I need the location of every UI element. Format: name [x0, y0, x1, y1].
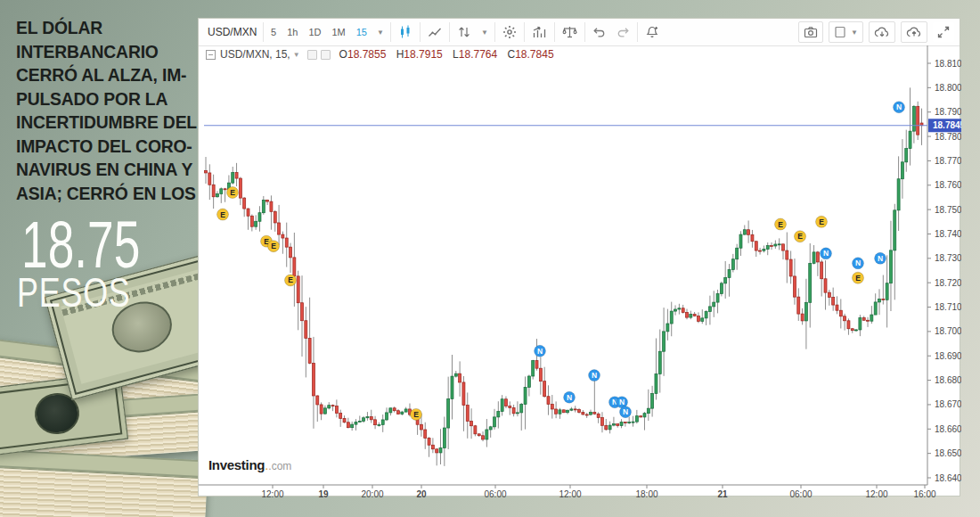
- snapshot-button[interactable]: [798, 21, 823, 43]
- candle-body: [323, 408, 326, 414]
- price-tick-label: 18.7700: [935, 156, 961, 166]
- alert-button[interactable]: [640, 20, 665, 45]
- candle-body: [867, 320, 870, 321]
- candle-body: [386, 413, 388, 420]
- candle-body: [878, 299, 881, 302]
- price-tick-label: 18.6600: [935, 424, 961, 434]
- price-tick-label: 18.6900: [935, 351, 961, 361]
- economic-event-letter: E: [220, 210, 225, 219]
- candle-body: [608, 425, 611, 430]
- bill-stack: [0, 449, 208, 517]
- candle-body: [285, 238, 288, 247]
- legend-collapse-icon[interactable]: [206, 50, 216, 60]
- candle-body: [404, 409, 407, 412]
- compare-instrument-button[interactable]: [452, 20, 477, 45]
- candle-body: [582, 413, 584, 414]
- fullscreen-button[interactable]: [933, 22, 954, 42]
- candle-body: [617, 424, 619, 426]
- candlestick-style-button[interactable]: [393, 20, 418, 45]
- economic-event-letter: E: [413, 410, 419, 419]
- candle-body: [628, 423, 631, 423]
- candle-body: [486, 430, 488, 439]
- price-tick-label: 18.6700: [935, 399, 961, 409]
- headline-line: NAVIRUS EN CHINA Y: [16, 158, 197, 182]
- fullscreen-icon: [937, 26, 950, 38]
- candle-body: [567, 410, 569, 413]
- news-event-letter: N: [823, 249, 829, 258]
- news-event-letter: N: [537, 347, 543, 356]
- timeframe-15-button[interactable]: 15: [351, 20, 372, 45]
- candle-body: [343, 418, 346, 422]
- economic-event-letter: E: [778, 220, 783, 229]
- economic-event-letter: E: [271, 242, 276, 250]
- economic-event-letter: E: [230, 188, 235, 197]
- candle-body: [216, 193, 218, 196]
- candle-body: [494, 417, 496, 427]
- compare-dropdown-caret-icon[interactable]: ▼: [477, 29, 493, 37]
- price-tick-label: 18.7600: [935, 180, 961, 190]
- candle-body: [247, 209, 249, 216]
- chart-legend[interactable]: USD/MXN, 15, ▼ O18.7855 H18.7915 L18.776…: [206, 48, 554, 61]
- save-layout-button[interactable]: [901, 21, 927, 43]
- candle-body: [466, 406, 469, 422]
- candle-body: [578, 410, 581, 413]
- timeframe-dropdown-caret-icon[interactable]: ▼: [372, 29, 388, 37]
- candle-body: [731, 259, 734, 270]
- indicators-button[interactable]: [527, 20, 552, 45]
- layout-select-button[interactable]: ▼: [829, 21, 863, 43]
- redo-arrow-icon: [617, 26, 630, 38]
- candle-body: [539, 368, 542, 381]
- legend-ohlc: O18.7855 H18.7915 L18.7764 C18.7845: [339, 48, 554, 61]
- line-chart-style-button[interactable]: [422, 20, 447, 45]
- compare-scales-button[interactable]: [557, 20, 583, 45]
- price-tick-label: 18.6500: [935, 448, 961, 458]
- candle-body: [339, 414, 342, 419]
- candle-body: [778, 244, 780, 245]
- candle-body: [708, 307, 711, 312]
- legend-caret-icon[interactable]: ▼: [293, 51, 300, 59]
- investing-suffix-text: .com: [268, 460, 291, 472]
- symbol-search-input[interactable]: USD/MXN: [199, 26, 261, 38]
- candle-body: [801, 314, 804, 321]
- investing-brand-text: Investing: [208, 457, 265, 472]
- settings-button[interactable]: [497, 20, 522, 45]
- candle-body: [239, 178, 241, 198]
- candle-body: [632, 422, 634, 423]
- candle-body: [874, 302, 877, 315]
- candle-body: [255, 221, 257, 226]
- timeframe-5-button[interactable]: 5: [265, 20, 282, 45]
- legend-quick-icon[interactable]: [307, 50, 317, 60]
- timeframe-1d-button[interactable]: 1D: [303, 20, 326, 45]
- legend-quick-icon[interactable]: [321, 50, 331, 60]
- timeframe-1m-button[interactable]: 1M: [326, 20, 350, 45]
- investing-watermark[interactable]: Investing..com: [208, 457, 291, 472]
- candle-body: [640, 416, 642, 417]
- candle-body: [527, 376, 530, 387]
- timeframe-1h-button[interactable]: 1h: [282, 20, 303, 45]
- candle-body: [431, 445, 434, 449]
- candle-body: [816, 252, 819, 262]
- legend-symbol[interactable]: USD/MXN, 15,: [220, 48, 290, 61]
- load-layout-button[interactable]: [869, 21, 895, 43]
- candle-body: [882, 299, 885, 300]
- candle-body: [901, 162, 903, 179]
- candle-body: [262, 200, 265, 212]
- candle-body: [643, 414, 646, 417]
- candle-body: [551, 404, 553, 408]
- candle-body: [393, 408, 396, 411]
- candle-body: [258, 213, 261, 222]
- candle-body: [220, 189, 223, 194]
- cloud-upload-icon: [906, 26, 922, 38]
- headline-line: CERRÓ AL ALZA, IM-: [16, 63, 197, 87]
- candle-body: [389, 408, 392, 413]
- candle-body: [759, 250, 762, 251]
- price-chart-canvas[interactable]: 18.640018.650018.660018.670018.680018.69…: [199, 45, 961, 497]
- redo-button[interactable]: [611, 20, 635, 45]
- candle-body: [562, 410, 565, 413]
- candle-body: [870, 315, 873, 321]
- candle-body: [436, 449, 438, 453]
- candle-body: [686, 312, 689, 317]
- undo-button[interactable]: [587, 20, 611, 45]
- candle-body: [743, 230, 746, 234]
- candle-body: [293, 258, 296, 276]
